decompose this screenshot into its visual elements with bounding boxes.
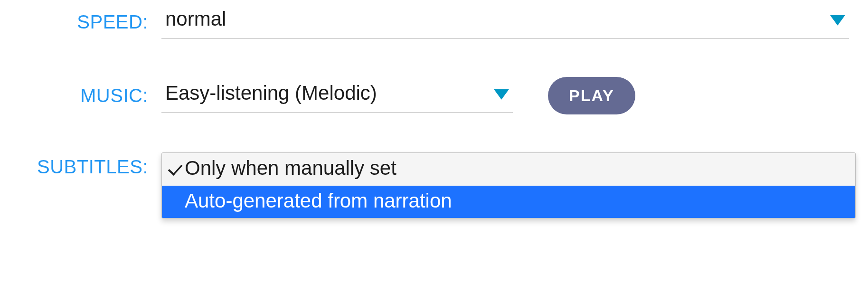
subtitles-option-label: Auto-generated from narration xyxy=(181,189,452,212)
chevron-down-icon xyxy=(830,15,845,26)
subtitles-option-label: Only when manually set xyxy=(181,157,396,179)
music-value: Easy-listening (Melodic) xyxy=(165,82,377,104)
subtitles-option-auto[interactable]: Auto-generated from narration xyxy=(162,186,855,218)
speed-select[interactable]: normal xyxy=(161,5,849,39)
speed-label: SPEED: xyxy=(0,11,161,33)
music-row: MUSIC: Easy-listening (Melodic) PLAY xyxy=(0,77,868,114)
speed-value: normal xyxy=(165,8,226,30)
subtitles-option-manual[interactable]: Only when manually set xyxy=(162,153,855,186)
speed-row: SPEED: normal xyxy=(0,5,868,39)
play-button[interactable]: PLAY xyxy=(548,77,635,114)
subtitles-row: SUBTITLES: Only when manually set Auto-g… xyxy=(0,152,868,218)
subtitles-label: SUBTITLES: xyxy=(0,152,161,178)
music-select[interactable]: Easy-listening (Melodic) xyxy=(161,79,513,113)
subtitles-dropdown[interactable]: Only when manually set Auto-generated fr… xyxy=(161,152,856,218)
chevron-down-icon xyxy=(494,89,509,99)
music-label: MUSIC: xyxy=(0,85,161,106)
